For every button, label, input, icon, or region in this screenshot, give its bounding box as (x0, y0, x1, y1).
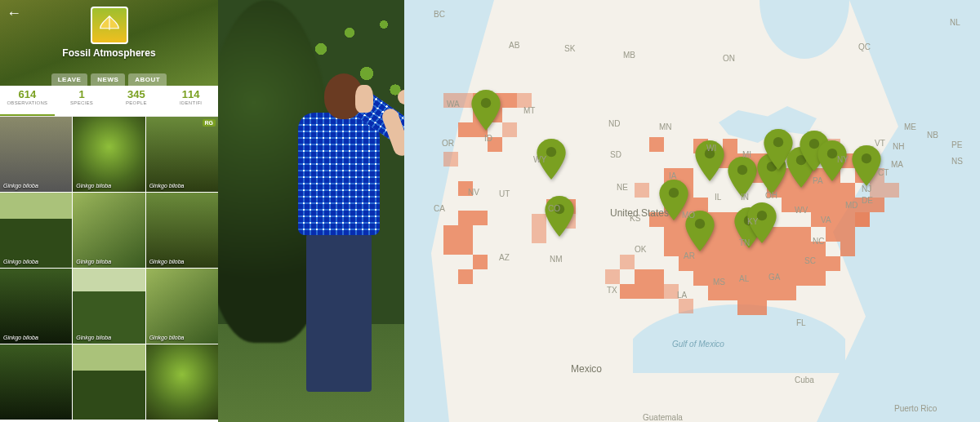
app-panel: ← Fossil Atmospheres LEAVE NEWS ABOUT 61… (0, 0, 218, 422)
heat-cell (767, 286, 782, 300)
heat-cell (473, 255, 488, 269)
observation-thumb[interactable]: Ginkgo biloba (0, 117, 72, 192)
country-label-pr: Puerto Rico (894, 404, 937, 413)
observation-grid: Ginkgo biloba Ginkgo biloba RGGinkgo bil… (0, 117, 218, 422)
heat-cell (767, 256, 782, 271)
observation-thumb[interactable]: Ginkgo biloba (73, 193, 145, 268)
heat-cell (796, 242, 811, 256)
heat-cell (605, 269, 620, 284)
stat-people[interactable]: 345 PEOPLE (109, 86, 164, 116)
heat-cell (620, 255, 635, 269)
stat-species[interactable]: 1 SPECIES (55, 86, 109, 116)
observation-thumb[interactable]: Ginkgo biloba (146, 193, 218, 268)
heat-cell (840, 227, 855, 242)
project-header: ← Fossil Atmospheres LEAVE NEWS ABOUT (0, 0, 218, 86)
heat-cell (782, 256, 796, 271)
header-tabs: LEAVE NEWS ABOUT (0, 73, 218, 86)
heat-cell (737, 300, 752, 315)
heat-cell (693, 271, 708, 286)
observation-thumb[interactable] (0, 344, 72, 420)
svg-point-1 (546, 147, 556, 157)
heat-cell (502, 122, 517, 137)
heat-cell (752, 286, 767, 300)
heat-cell (826, 256, 840, 271)
observation-map[interactable]: United States Mexico Cuba Guatemala Puer… (404, 0, 980, 422)
svg-point-12 (827, 149, 837, 158)
heat-cell (855, 212, 870, 227)
heat-cell (723, 139, 737, 153)
country-label-mexico: Mexico (571, 363, 602, 375)
heat-cell (796, 271, 811, 286)
heat-cell (782, 242, 796, 256)
svg-point-9 (773, 137, 783, 147)
heat-cell (782, 286, 796, 300)
heat-cell (649, 269, 664, 284)
stats-bar: 614 OBSERVATIONS 1 SPECIES 345 PEOPLE 11… (0, 86, 218, 117)
svg-point-4 (695, 219, 705, 229)
heat-cell (458, 240, 473, 255)
heat-cell (811, 271, 826, 286)
stat-observations[interactable]: 614 OBSERVATIONS (0, 86, 55, 116)
field-photo (218, 0, 404, 422)
observation-thumb[interactable]: Ginkgo biloba (73, 117, 145, 192)
research-grade-badge: RG (203, 119, 216, 127)
heat-cell (443, 240, 458, 255)
heat-cell (826, 198, 840, 212)
observation-thumb[interactable]: Ginkgo biloba (146, 269, 218, 344)
heat-cell (752, 300, 767, 315)
heat-cell (723, 256, 737, 271)
map-pin-icon[interactable] (545, 196, 574, 237)
heat-cell (693, 256, 708, 271)
heat-cell (664, 227, 679, 242)
country-label-cuba: Cuba (795, 375, 814, 384)
map-pin-icon[interactable] (471, 90, 501, 131)
heat-cell (737, 286, 752, 300)
country-label-guatemala: Guatemala (643, 413, 683, 422)
heat-cell (458, 211, 473, 225)
heat-cell (443, 225, 458, 240)
map-pin-icon[interactable] (728, 157, 757, 198)
heat-cell (752, 256, 767, 271)
heat-cell (635, 284, 649, 299)
project-title: Fossil Atmospheres (0, 47, 218, 59)
observation-thumb[interactable]: RGGinkgo biloba (146, 117, 218, 192)
heat-cell (723, 286, 737, 300)
tab-about[interactable]: ABOUT (128, 73, 167, 86)
tab-leave[interactable]: LEAVE (51, 73, 88, 86)
heat-cell (649, 137, 664, 152)
tab-news[interactable]: NEWS (91, 73, 125, 86)
heat-cell (840, 242, 855, 256)
heat-cell (826, 227, 840, 242)
stat-identifi[interactable]: 114 IDENTIFI (163, 86, 218, 116)
project-avatar[interactable] (91, 7, 128, 44)
heat-cell (811, 198, 826, 212)
heat-cell (473, 211, 488, 225)
heat-cell (708, 256, 723, 271)
observation-thumb[interactable]: Ginkgo biloba (0, 193, 72, 268)
heat-cell (635, 183, 649, 198)
svg-point-0 (481, 98, 491, 108)
observation-thumb[interactable] (146, 344, 218, 420)
observation-thumb[interactable]: Ginkgo biloba (0, 269, 72, 344)
observation-thumb[interactable]: Ginkgo biloba (73, 269, 145, 344)
heat-cell (664, 242, 679, 256)
heat-cell (620, 284, 635, 299)
observation-thumb[interactable] (73, 344, 145, 420)
heat-cell (443, 152, 458, 167)
heat-cell (840, 212, 855, 227)
map-pin-icon[interactable] (852, 145, 881, 186)
svg-point-7 (737, 165, 747, 175)
heat-cell (782, 227, 796, 242)
heat-cell (635, 269, 649, 284)
svg-point-3 (669, 188, 679, 198)
heat-cell (458, 225, 473, 240)
heat-cell (767, 242, 782, 256)
heat-cell (502, 93, 517, 108)
heat-cell (649, 284, 664, 299)
heat-cell (884, 183, 899, 198)
heat-cell (708, 286, 723, 300)
heat-cell (752, 271, 767, 286)
back-icon[interactable]: ← (7, 5, 21, 22)
water-label-gulf: Gulf of Mexico (672, 340, 724, 349)
heat-cell (737, 256, 752, 271)
